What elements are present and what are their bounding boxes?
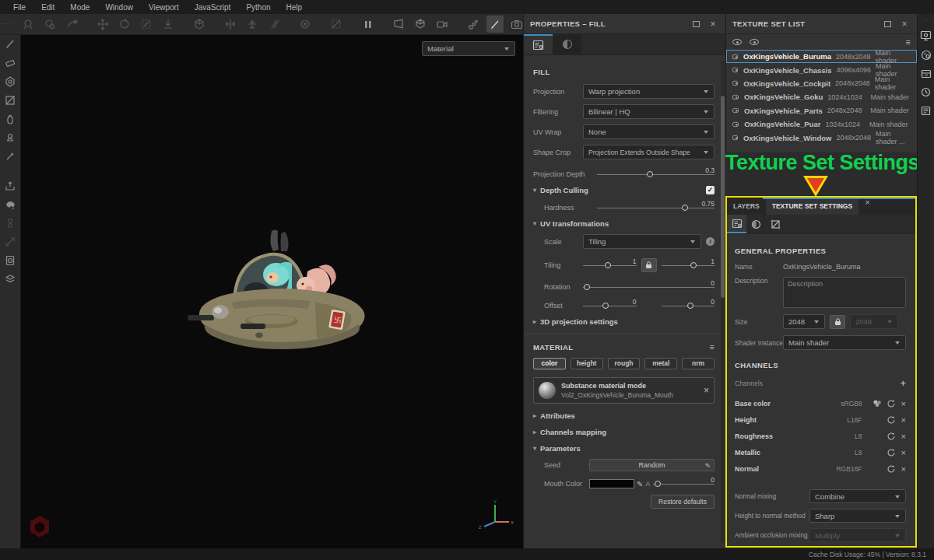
strip-drag-handle[interactable]: ⋯ xyxy=(923,17,929,23)
reset-channel-icon[interactable] xyxy=(886,399,897,408)
rotation-slider[interactable]: 0 xyxy=(583,287,715,288)
delete-channel-icon[interactable]: × xyxy=(901,448,906,457)
tab-fill-properties[interactable] xyxy=(524,34,553,54)
visibility-eye-icon[interactable] xyxy=(732,95,739,100)
delete-channel-icon[interactable]: × xyxy=(901,399,906,408)
brush-tool-icon[interactable] xyxy=(2,38,18,51)
reset-channel-icon[interactable] xyxy=(886,415,897,425)
tiling-lock-icon[interactable] xyxy=(641,258,657,272)
delete-channel-icon[interactable]: × xyxy=(901,415,906,425)
close-panel-icon[interactable]: × xyxy=(898,18,911,30)
solo-mesh-icon[interactable] xyxy=(412,16,429,33)
render-mode-icon[interactable] xyxy=(2,254,18,267)
height-to-normal-dropdown[interactable]: Sharp xyxy=(809,509,906,523)
menu-python[interactable]: Python xyxy=(239,2,277,13)
model-ox-kings-vehicle[interactable]: 卐 xyxy=(184,222,379,358)
tiling-u-slider[interactable]: 1 xyxy=(583,265,637,266)
normal-mixing-dropdown[interactable]: Combine xyxy=(809,489,906,503)
tab-material-properties[interactable] xyxy=(553,34,581,54)
channel-button-color[interactable]: color xyxy=(533,358,566,369)
reset-rotation-icon[interactable] xyxy=(297,16,314,33)
eraser-tool-icon[interactable] xyxy=(2,57,18,69)
tangent-wrap-icon[interactable] xyxy=(265,16,283,33)
add-channel-icon[interactable]: + xyxy=(900,377,906,389)
projection-depth-slider[interactable]: 0.3 xyxy=(597,174,715,175)
texture-set-row[interactable]: OxKingsVehicle_Window 2048x2048 Main sha… xyxy=(726,131,917,144)
pause-engine-icon[interactable] xyxy=(359,16,376,33)
restore-defaults-button[interactable]: Restore defaults xyxy=(651,495,715,509)
undock-panel-icon[interactable] xyxy=(690,18,702,30)
gizmo-translate-icon[interactable] xyxy=(19,16,37,33)
mouth-color-picker-icon[interactable]: ✎ xyxy=(637,480,643,488)
texture-set-row[interactable]: OxKingsVehicle_Cockpit 2048x2048 Main sh… xyxy=(726,77,917,90)
clone-stamp-tool-icon[interactable] xyxy=(2,131,18,144)
mouth-color-swatch[interactable] xyxy=(589,479,634,488)
depth-culling-toggle[interactable]: ▾Depth Culling ✓ xyxy=(533,186,715,194)
assets-shelf-icon[interactable] xyxy=(921,69,932,80)
channel-button-nrm[interactable]: nrm xyxy=(682,358,715,369)
polygon-fill-tool-icon[interactable] xyxy=(2,94,18,107)
menu-help[interactable]: Help xyxy=(279,2,310,13)
visibility-eye-icon[interactable] xyxy=(732,108,739,113)
smudge-tool-icon[interactable] xyxy=(2,113,18,125)
tab-shader-settings-icon[interactable] xyxy=(746,215,766,233)
lazy-mouse-icon[interactable] xyxy=(63,16,80,33)
visibility-eye-icon[interactable] xyxy=(732,121,739,126)
log-list-icon[interactable] xyxy=(921,106,931,117)
undock-panel-icon[interactable] xyxy=(881,18,894,30)
history-hourglass-icon[interactable] xyxy=(2,217,18,229)
menu-edit[interactable]: Edit xyxy=(34,2,61,13)
resize-project-icon[interactable] xyxy=(2,236,18,248)
mouth-alpha-slider[interactable]: 0 xyxy=(653,484,715,485)
visibility-eye-icon[interactable] xyxy=(732,81,738,86)
viewport-shader-dropdown[interactable]: Material xyxy=(422,41,515,56)
parameters-toggle[interactable]: ▾Parameters xyxy=(533,444,715,453)
projection-dropdown[interactable]: Warp projection xyxy=(583,84,715,99)
size-dropdown[interactable]: 2048 xyxy=(783,314,825,329)
attributes-toggle[interactable]: ▸Attributes xyxy=(533,411,715,420)
scale-tool-icon[interactable] xyxy=(138,16,155,33)
description-field[interactable] xyxy=(783,277,906,308)
projection-tool-icon[interactable] xyxy=(2,75,18,88)
offset-v-slider[interactable]: 0 xyxy=(662,306,715,306)
channel-button-height[interactable]: height xyxy=(571,358,603,369)
display-settings-icon[interactable] xyxy=(920,30,932,43)
seed-random-button[interactable]: Random ✎ xyxy=(589,459,715,471)
3d-viewport[interactable]: Material xyxy=(21,35,523,548)
list-options-icon[interactable]: ≡ xyxy=(906,37,911,47)
channel-button-rough[interactable]: rough xyxy=(608,358,641,369)
solo-visibility-icon[interactable] xyxy=(750,39,759,45)
offset-u-slider[interactable]: 0 xyxy=(583,306,637,306)
shape-crop-dropdown[interactable]: Projection Extends Outside Shape xyxy=(583,145,715,159)
mirror-x-icon[interactable] xyxy=(222,16,239,33)
seed-edit-icon[interactable]: ✎ xyxy=(704,460,711,472)
uv-transformations-toggle[interactable]: ▾UV transformations xyxy=(533,219,715,228)
history-clock-icon[interactable] xyxy=(921,87,931,99)
close-tab-icon[interactable]: × xyxy=(862,198,873,215)
particle-brush-icon[interactable] xyxy=(465,16,482,33)
tab-layers[interactable]: LAYERS xyxy=(727,198,766,215)
toolbar-drag-handle[interactable]: ⋯⋯ xyxy=(0,21,12,27)
drop-to-floor-icon[interactable] xyxy=(160,16,177,33)
symmetry-icon[interactable] xyxy=(244,16,261,33)
size-lock-icon[interactable] xyxy=(830,315,845,329)
channels-mapping-toggle[interactable]: ▸Channels mapping xyxy=(533,428,715,436)
paint-brush-icon[interactable] xyxy=(486,16,504,33)
move-tool-icon[interactable] xyxy=(94,16,111,33)
depth-culling-checkbox[interactable]: ✓ xyxy=(706,186,715,194)
material-options-icon[interactable]: ≡ xyxy=(710,342,715,352)
material-mode-icon[interactable]: 1 xyxy=(2,198,18,211)
menu-file[interactable]: File xyxy=(6,2,33,13)
menu-javascript[interactable]: JavaScript xyxy=(188,2,238,13)
menu-window[interactable]: Window xyxy=(98,2,140,13)
scale-dropdown[interactable]: Tiling xyxy=(583,234,701,249)
camera-view-icon[interactable] xyxy=(434,16,451,33)
uv-wrap-dropdown[interactable]: None xyxy=(583,124,715,139)
geometry-mask-off-icon[interactable] xyxy=(328,16,345,33)
shader-instance-dropdown[interactable]: Main shader xyxy=(783,335,906,350)
shader-settings-icon[interactable] xyxy=(921,50,932,62)
material-mode-box[interactable]: Substance material mode Vol2_OxKingsVehi… xyxy=(533,377,715,404)
export-resources-icon[interactable] xyxy=(2,180,18,192)
menu-mode[interactable]: Mode xyxy=(63,2,97,13)
reset-channel-icon[interactable] xyxy=(886,432,897,441)
